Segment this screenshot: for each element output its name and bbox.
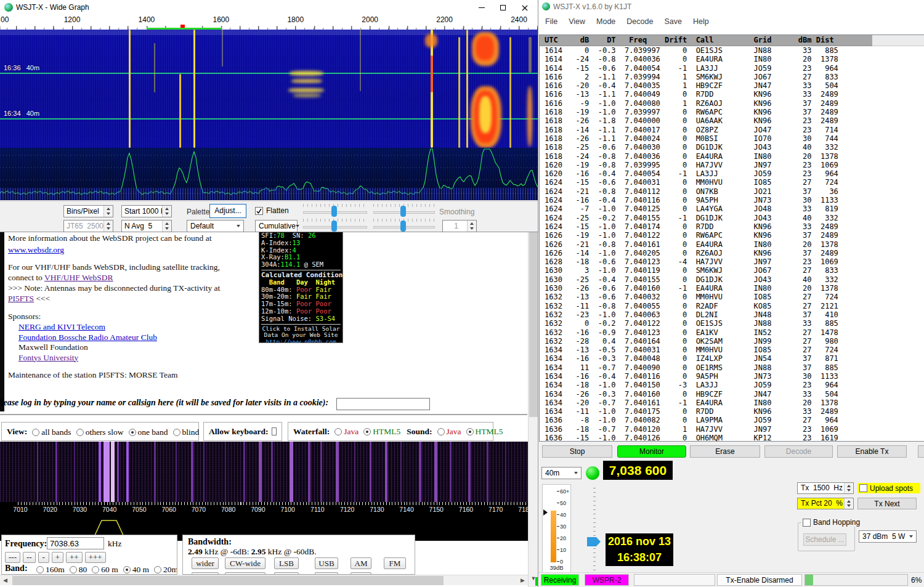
spinner-arrows-icon[interactable] (103, 206, 113, 217)
decode-row[interactable]: 1616 -9 -1.0 7.040080 1 RZ6AOJ KN96 37 2… (540, 99, 924, 108)
decode-row[interactable]: 1624 -15 -1.0 7.040174 0 R7DD KN96 33 24… (540, 222, 924, 231)
decode-row[interactable]: 1618 -24 -0.8 7.040036 0 EA4URA IN80 20 … (540, 152, 924, 161)
spinner-arrows-icon[interactable] (103, 221, 113, 232)
decode-row[interactable]: 1624 -15 -0.6 7.040031 0 MM0HVU IO85 27 … (540, 178, 924, 187)
bandwidth-lsb-button[interactable]: LSB (274, 557, 299, 569)
websdr-org-link[interactable]: www.websdr.org (8, 245, 64, 254)
waterfall-html5-radio[interactable]: HTML5 (363, 427, 400, 437)
view-option-blind[interactable]: blind (173, 427, 200, 437)
scroll-left-arrow[interactable]: ◀ (0, 576, 10, 585)
band-option-80[interactable]: 80 (70, 565, 87, 574)
decode-row[interactable]: 1614 -24 -0.8 7.040036 0 EA4URA IN80 20 … (540, 55, 924, 63)
bins-per-pixel-spinner[interactable]: Bins/Pixel 2 (63, 205, 113, 217)
decode-row[interactable]: 1636 -15 -1.0 7.040126 0 OH6MQM KP12 23 … (540, 434, 924, 442)
decode-row[interactable]: 1618 -14 -1.1 7.040017 0 OZ8PZ JO47 23 7… (540, 126, 924, 134)
horizontal-scrollbar[interactable]: ◀ ▶ (0, 575, 528, 585)
decode-row[interactable]: 1618 -26 -1.1 7.040024 0 M0BSI IO70 30 7… (540, 134, 924, 143)
bandwidth-cw-wide-button[interactable]: CW-wide (225, 557, 265, 569)
decode-row[interactable]: 1636 -18 -0.7 7.040120 1 HA7JVV JN97 23 … (540, 425, 924, 434)
tx-frequency-spinner[interactable]: Tx 1500 Hz (797, 482, 854, 494)
spinner-arrows-icon[interactable] (844, 483, 853, 493)
decode-button[interactable]: Decode (764, 445, 833, 458)
decode-row[interactable]: 1628 -18 -0.6 7.040123 -4 HA7JVV JN97 23… (540, 257, 924, 266)
decode-row[interactable]: 1624 -25 -0.2 7.040155 -1 DG1DJK JO43 40… (540, 214, 924, 222)
spinner-arrows-icon[interactable] (162, 221, 171, 232)
jt65-jt9-split-spinner[interactable]: JT65 2500 JT9 (63, 220, 113, 232)
band-option-60-m[interactable]: 60 m (92, 565, 118, 574)
vhf-uhf-websdr-link[interactable]: VHF/UHF WebSDR (44, 273, 113, 282)
menu-file[interactable]: File (540, 17, 563, 26)
decode-row[interactable]: 1632 -23 -1.0 7.040063 0 DL2NI JN48 37 4… (540, 310, 924, 319)
decode-row[interactable]: 1630 -25 -0.4 7.040155 0 DG1DJK JO43 40 … (540, 275, 924, 284)
spinner-arrows-icon[interactable] (467, 221, 476, 232)
solar-conditions-widget[interactable]: SFI:78 SN: 26A-Index:13K-Index:4X-Ray:B1… (259, 230, 343, 343)
decode-row[interactable]: 1632 0 -0.2 7.040122 0 OE1SJS JN88 33 88… (540, 319, 924, 328)
band-option-160m[interactable]: 160m (36, 565, 65, 574)
level-slider[interactable] (587, 484, 602, 570)
freq-step-button[interactable]: -- (23, 552, 36, 563)
scrollbar-thumb[interactable] (12, 576, 444, 585)
bandwidth-usb-button[interactable]: USB (315, 557, 338, 569)
callsign-input[interactable] (336, 398, 430, 410)
slider-handle[interactable] (331, 206, 337, 217)
menu-view[interactable]: View (563, 17, 591, 26)
slider-handle[interactable] (331, 221, 337, 232)
spinner-arrows-icon[interactable] (844, 498, 853, 509)
sponsor-link[interactable]: NERG and KIVI Telecom (18, 322, 105, 332)
decode-row[interactable]: 1618 -19 -1.0 7.039997 0 RW6APC KN96 37 … (540, 108, 924, 116)
decode-row[interactable]: 1632 -28 0.4 7.040164 0 OK2SAM JN99 27 9… (540, 337, 924, 346)
flatten-checkbox[interactable]: Flatten (255, 206, 289, 215)
slider-handle[interactable] (400, 221, 406, 232)
freq-step-button[interactable]: + (52, 552, 63, 563)
bandwidth-wider-button[interactable]: wider (192, 557, 219, 569)
decode-row[interactable]: 1630 3 -1.0 7.040119 0 SM6KWJ JO67 27 83… (540, 266, 924, 275)
schedule-button[interactable]: Schedule ... (803, 533, 846, 546)
decode-row[interactable]: 1634 -16 -0.3 7.040048 0 IZ4LXP JN54 37 … (540, 354, 924, 363)
gain-slider[interactable] (303, 204, 367, 217)
tx-next-button[interactable]: Tx Next (857, 498, 917, 509)
bandwidth-fm-button[interactable]: FM (384, 557, 406, 569)
decode-row[interactable]: 1620 -19 -0.8 7.039995 0 HA7JVV JN97 23 … (540, 161, 924, 169)
menu-decode[interactable]: Decode (621, 17, 659, 26)
decode-row[interactable]: 1634 -20 -0.7 7.040161 -1 EA4URA IN80 20… (540, 399, 924, 407)
spinner-arrows-icon[interactable] (162, 206, 171, 217)
sponsor-link[interactable]: Fontys University (18, 353, 78, 363)
power-select[interactable]: 37 dBm 5 W (859, 530, 917, 543)
enable-tx-button[interactable]: Enable Tx (837, 445, 907, 458)
decode-row[interactable]: 1618 -25 -0.6 7.040030 0 DG1DJK JO43 40 … (540, 143, 924, 152)
decode-row[interactable]: 1616 -20 -0.4 7.040035 1 HB9CZF JN47 33 … (540, 81, 924, 90)
sound-java-radio[interactable]: Java (437, 427, 461, 437)
decode-row[interactable]: 1614 0 -0.3 7.039997 0 OE1SJS JN88 33 88… (540, 46, 924, 55)
erase-button[interactable]: Erase (690, 445, 760, 458)
view-option-others-slow[interactable]: others slow (76, 427, 124, 437)
menu-mode[interactable]: Mode (591, 17, 621, 26)
decode-row[interactable]: 1624 -7 -1.0 7.040125 0 LA4YGA JO48 33 8… (540, 204, 924, 213)
sponsor-link[interactable]: Foundation Bossche Radio Amateur Club (18, 333, 157, 342)
websdr-waterfall[interactable] (0, 442, 528, 502)
decode-row[interactable]: 1632 -13 -0.6 7.040032 0 MM0HVU IO85 27 … (540, 293, 924, 301)
wide-graph-frequency-scale[interactable]: 120014001600180020002200240000 (0, 15, 538, 30)
partial-button[interactable] (918, 445, 924, 458)
menu-help[interactable]: Help (687, 17, 715, 26)
decode-row[interactable]: 1630 -26 -0.6 7.040160 -1 EA4URA IN80 20… (540, 284, 924, 293)
freq-step-button[interactable]: +++ (85, 552, 106, 563)
upload-spots-checkbox[interactable]: Upload spots (857, 483, 920, 493)
decode-row[interactable]: 1624 -16 -0.4 7.040116 0 9A5PH JN73 30 1… (540, 196, 924, 204)
decode-row[interactable]: 1634 -26 -0.3 7.040160 0 HB9CZF JN47 33 … (540, 390, 924, 399)
decode-row[interactable]: 1618 -26 -1.8 7.040000 0 UA6AAK KN96 23 … (540, 116, 924, 125)
spectrum-gain-slider[interactable] (303, 219, 367, 232)
decode-row[interactable]: 1632 -16 -0.9 7.040123 0 EA1KV IN52 27 1… (540, 328, 924, 337)
slider-handle[interactable] (587, 537, 601, 546)
waterfall-java-radio[interactable]: Java (334, 427, 359, 437)
decode-row[interactable]: 1624 -21 -0.8 7.040112 0 ON7KB JO21 37 3… (540, 187, 924, 196)
freq-step-button[interactable]: - (38, 552, 49, 563)
decode-row[interactable]: 1634 -13 -0.5 7.040031 0 MM0HVU IO85 27 … (540, 346, 924, 354)
band-select[interactable]: 40m (541, 467, 582, 479)
decode-row[interactable]: 1614 -15 -0.6 7.040054 -1 LA3JJ JO59 23 … (540, 64, 924, 73)
maximize-icon[interactable] (493, 2, 512, 14)
decode-row[interactable]: 1626 -19 -1.0 7.040122 0 RW6APC KN96 37 … (540, 231, 924, 240)
decode-row[interactable]: 1634 -16 -0.4 7.040116 0 9A5PH JN73 30 1… (540, 372, 924, 381)
band-hopping-checkbox[interactable]: Band Hopping (801, 518, 861, 527)
decode-row[interactable]: 1634 -18 -1.0 7.040150 -3 LA3JJ JO59 23 … (540, 381, 924, 389)
stop-button[interactable]: Stop (542, 445, 612, 458)
